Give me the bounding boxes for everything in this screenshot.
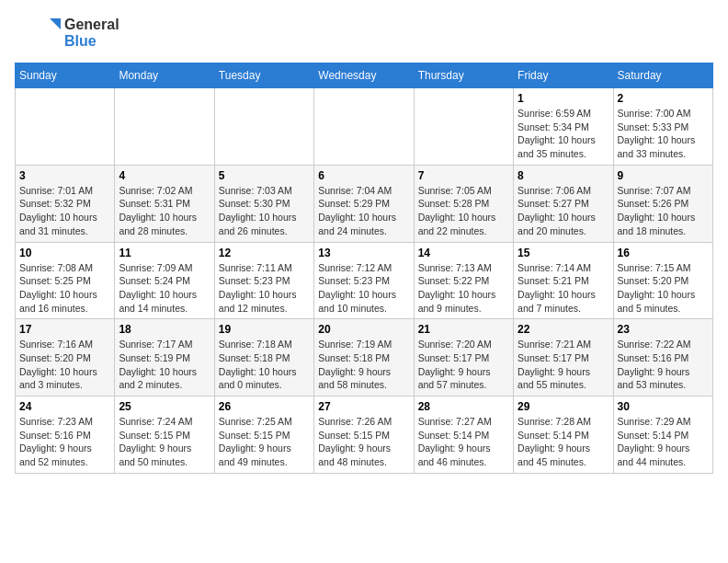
day-number: 13: [318, 247, 409, 259]
calendar-day-cell: 14Sunrise: 7:13 AM Sunset: 5:22 PM Dayli…: [414, 242, 513, 319]
day-info: Sunrise: 7:02 AM Sunset: 5:31 PM Dayligh…: [119, 184, 210, 238]
weekday-header: Tuesday: [214, 63, 313, 88]
day-number: 9: [618, 169, 709, 182]
day-number: 23: [618, 323, 709, 336]
day-info: Sunrise: 7:28 AM Sunset: 5:14 PM Dayligh…: [518, 415, 609, 469]
weekday-header: Wednesday: [314, 63, 414, 88]
calendar-day-cell: 19Sunrise: 7:18 AM Sunset: 5:18 PM Dayli…: [214, 319, 313, 396]
day-info: Sunrise: 7:14 AM Sunset: 5:21 PM Dayligh…: [518, 261, 609, 316]
calendar-day-cell: 28Sunrise: 7:27 AM Sunset: 5:14 PM Dayli…: [414, 396, 513, 474]
day-number: 14: [418, 247, 509, 259]
day-info: Sunrise: 7:11 AM Sunset: 5:23 PM Dayligh…: [219, 261, 310, 316]
weekday-header: Saturday: [613, 63, 712, 88]
calendar-week-row: 10Sunrise: 7:08 AM Sunset: 5:25 PM Dayli…: [16, 242, 713, 319]
day-number: 3: [19, 169, 110, 182]
calendar-day-cell: 9Sunrise: 7:07 AM Sunset: 5:26 PM Daylig…: [613, 165, 712, 242]
calendar-day-cell: 18Sunrise: 7:17 AM Sunset: 5:19 PM Dayli…: [115, 319, 214, 396]
day-info: Sunrise: 7:16 AM Sunset: 5:20 PM Dayligh…: [19, 338, 110, 392]
day-info: Sunrise: 7:24 AM Sunset: 5:15 PM Dayligh…: [119, 415, 210, 469]
calendar-day-cell: 5Sunrise: 7:03 AM Sunset: 5:30 PM Daylig…: [214, 165, 313, 242]
day-number: 8: [518, 169, 609, 182]
day-info: Sunrise: 7:29 AM Sunset: 5:14 PM Dayligh…: [618, 415, 709, 469]
calendar-day-cell: 7Sunrise: 7:05 AM Sunset: 5:28 PM Daylig…: [414, 165, 513, 242]
calendar-day-cell: 16Sunrise: 7:15 AM Sunset: 5:20 PM Dayli…: [613, 242, 712, 319]
day-number: 4: [119, 169, 210, 182]
day-number: 17: [19, 323, 110, 336]
calendar-day-cell: 15Sunrise: 7:14 AM Sunset: 5:21 PM Dayli…: [514, 242, 613, 319]
calendar-day-cell: 4Sunrise: 7:02 AM Sunset: 5:31 PM Daylig…: [115, 165, 214, 242]
day-info: Sunrise: 7:25 AM Sunset: 5:15 PM Dayligh…: [219, 415, 310, 469]
weekday-header: Monday: [115, 63, 214, 88]
calendar-week-row: 1Sunrise: 6:59 AM Sunset: 5:34 PM Daylig…: [16, 88, 713, 166]
calendar-week-row: 17Sunrise: 7:16 AM Sunset: 5:20 PM Dayli…: [16, 319, 713, 396]
day-number: 27: [318, 400, 409, 413]
day-info: Sunrise: 7:03 AM Sunset: 5:30 PM Dayligh…: [219, 184, 310, 238]
day-number: 15: [518, 247, 609, 259]
day-number: 11: [119, 247, 210, 259]
day-info: Sunrise: 7:05 AM Sunset: 5:28 PM Dayligh…: [418, 184, 509, 238]
day-info: Sunrise: 6:59 AM Sunset: 5:34 PM Dayligh…: [518, 107, 609, 161]
calendar-day-cell: 12Sunrise: 7:11 AM Sunset: 5:23 PM Dayli…: [214, 242, 313, 319]
day-info: Sunrise: 7:17 AM Sunset: 5:19 PM Dayligh…: [119, 338, 210, 392]
calendar-week-row: 24Sunrise: 7:23 AM Sunset: 5:16 PM Dayli…: [16, 396, 713, 474]
calendar-header-row: SundayMondayTuesdayWednesdayThursdayFrid…: [16, 63, 713, 88]
day-info: Sunrise: 7:13 AM Sunset: 5:22 PM Dayligh…: [418, 261, 509, 316]
day-number: 21: [418, 323, 509, 336]
day-info: Sunrise: 7:26 AM Sunset: 5:15 PM Dayligh…: [318, 415, 409, 469]
weekday-header: Friday: [514, 63, 613, 88]
calendar-day-cell: [115, 88, 214, 166]
calendar-day-cell: [414, 88, 513, 166]
page-header: GeneralBlue: [15, 15, 713, 52]
calendar-day-cell: 8Sunrise: 7:06 AM Sunset: 5:27 PM Daylig…: [514, 165, 613, 242]
calendar-day-cell: 17Sunrise: 7:16 AM Sunset: 5:20 PM Dayli…: [16, 319, 115, 396]
day-info: Sunrise: 7:08 AM Sunset: 5:25 PM Dayligh…: [19, 261, 110, 316]
day-info: Sunrise: 7:12 AM Sunset: 5:23 PM Dayligh…: [318, 261, 409, 316]
day-number: 24: [19, 400, 110, 413]
day-number: 30: [618, 400, 709, 413]
day-number: 29: [518, 400, 609, 413]
calendar-day-cell: 13Sunrise: 7:12 AM Sunset: 5:23 PM Dayli…: [314, 242, 414, 319]
calendar-day-cell: 23Sunrise: 7:22 AM Sunset: 5:16 PM Dayli…: [613, 319, 712, 396]
day-info: Sunrise: 7:09 AM Sunset: 5:24 PM Dayligh…: [119, 261, 210, 316]
day-info: Sunrise: 7:21 AM Sunset: 5:17 PM Dayligh…: [518, 338, 609, 392]
day-info: Sunrise: 7:07 AM Sunset: 5:26 PM Dayligh…: [618, 184, 709, 238]
day-number: 2: [618, 92, 709, 105]
calendar-week-row: 3Sunrise: 7:01 AM Sunset: 5:32 PM Daylig…: [16, 165, 713, 242]
day-number: 12: [219, 247, 310, 259]
day-info: Sunrise: 7:18 AM Sunset: 5:18 PM Dayligh…: [219, 338, 310, 392]
day-number: 22: [518, 323, 609, 336]
day-info: Sunrise: 7:19 AM Sunset: 5:18 PM Dayligh…: [318, 338, 409, 392]
calendar-day-cell: 24Sunrise: 7:23 AM Sunset: 5:16 PM Dayli…: [16, 396, 115, 474]
day-info: Sunrise: 7:01 AM Sunset: 5:32 PM Dayligh…: [19, 184, 110, 238]
calendar-day-cell: 6Sunrise: 7:04 AM Sunset: 5:29 PM Daylig…: [314, 165, 414, 242]
svg-marker-0: [50, 18, 61, 29]
day-info: Sunrise: 7:15 AM Sunset: 5:20 PM Dayligh…: [618, 261, 709, 316]
day-number: 19: [219, 323, 310, 336]
day-info: Sunrise: 7:20 AM Sunset: 5:17 PM Dayligh…: [418, 338, 509, 392]
day-number: 25: [119, 400, 210, 413]
day-number: 18: [119, 323, 210, 336]
calendar-day-cell: 29Sunrise: 7:28 AM Sunset: 5:14 PM Dayli…: [514, 396, 613, 474]
day-info: Sunrise: 7:04 AM Sunset: 5:29 PM Dayligh…: [318, 184, 409, 238]
calendar-table: SundayMondayTuesdayWednesdayThursdayFrid…: [15, 63, 713, 474]
day-info: Sunrise: 7:27 AM Sunset: 5:14 PM Dayligh…: [418, 415, 509, 469]
logo-svg: [15, 15, 61, 52]
calendar-day-cell: 22Sunrise: 7:21 AM Sunset: 5:17 PM Dayli…: [514, 319, 613, 396]
calendar-day-cell: 2Sunrise: 7:00 AM Sunset: 5:33 PM Daylig…: [613, 88, 712, 166]
day-info: Sunrise: 7:00 AM Sunset: 5:33 PM Dayligh…: [618, 107, 709, 161]
day-info: Sunrise: 7:23 AM Sunset: 5:16 PM Dayligh…: [19, 415, 110, 469]
day-number: 7: [418, 169, 509, 182]
calendar-day-cell: 10Sunrise: 7:08 AM Sunset: 5:25 PM Dayli…: [16, 242, 115, 319]
calendar-day-cell: 21Sunrise: 7:20 AM Sunset: 5:17 PM Dayli…: [414, 319, 513, 396]
calendar-day-cell: 1Sunrise: 6:59 AM Sunset: 5:34 PM Daylig…: [514, 88, 613, 166]
day-info: Sunrise: 7:22 AM Sunset: 5:16 PM Dayligh…: [618, 338, 709, 392]
weekday-header: Sunday: [16, 63, 115, 88]
day-info: Sunrise: 7:06 AM Sunset: 5:27 PM Dayligh…: [518, 184, 609, 238]
logo-text: GeneralBlue: [64, 17, 119, 49]
calendar-day-cell: 20Sunrise: 7:19 AM Sunset: 5:18 PM Dayli…: [314, 319, 414, 396]
calendar-day-cell: [214, 88, 313, 166]
day-number: 16: [618, 247, 709, 259]
calendar-day-cell: 26Sunrise: 7:25 AM Sunset: 5:15 PM Dayli…: [214, 396, 313, 474]
day-number: 26: [219, 400, 310, 413]
calendar-day-cell: [314, 88, 414, 166]
